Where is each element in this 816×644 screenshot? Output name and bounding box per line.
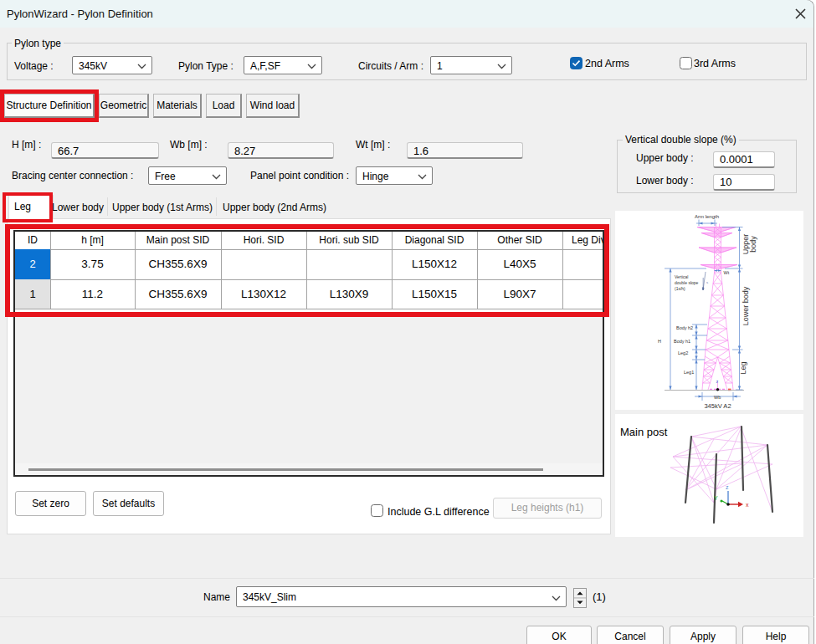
svg-text:Y: Y: [714, 495, 718, 501]
svg-text:Body h1: Body h1: [674, 339, 690, 344]
svg-text:Leg: Leg: [739, 361, 747, 374]
svg-text:(1s/h): (1s/h): [675, 286, 685, 291]
svg-text:Arm length: Arm length: [695, 214, 719, 219]
svg-text:Wt: Wt: [724, 270, 730, 275]
svg-text:Leg1: Leg1: [684, 370, 694, 375]
svg-text:double slope: double slope: [675, 280, 699, 285]
svg-text:s: s: [706, 280, 708, 284]
svg-text:z: z: [716, 379, 719, 384]
svg-text:body: body: [749, 236, 757, 253]
svg-text:H: H: [658, 339, 661, 344]
svg-text:x: x: [746, 502, 749, 508]
svg-text:Body h2: Body h2: [676, 325, 693, 330]
svg-text:Wb: Wb: [714, 395, 721, 400]
svg-text:z: z: [726, 484, 729, 490]
svg-text:Vertical: Vertical: [675, 274, 688, 279]
svg-text:Leg2: Leg2: [678, 350, 688, 355]
svg-text:345kV A2: 345kV A2: [704, 402, 731, 410]
svg-text:Lower body: Lower body: [742, 286, 750, 325]
